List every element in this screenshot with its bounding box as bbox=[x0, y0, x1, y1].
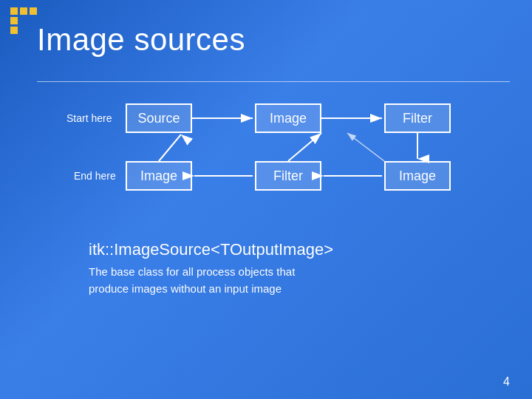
dot-9 bbox=[30, 27, 37, 34]
svg-line-11 bbox=[159, 134, 181, 161]
page-number: 4 bbox=[503, 375, 510, 389]
box-image3: Image bbox=[384, 161, 451, 191]
label-start: Start here bbox=[66, 112, 112, 124]
svg-line-10 bbox=[347, 133, 384, 161]
dot-3 bbox=[30, 7, 37, 15]
box-filter1: Filter bbox=[384, 103, 451, 133]
label-end: End here bbox=[74, 170, 116, 182]
svg-line-9 bbox=[288, 133, 321, 161]
dot-5 bbox=[20, 17, 27, 24]
description-area: itk::ImageSource<TOutputImage> The base … bbox=[89, 240, 333, 297]
dot-4 bbox=[10, 17, 18, 24]
dot-7 bbox=[10, 27, 18, 34]
dot-8 bbox=[20, 27, 27, 34]
box-filter2: Filter bbox=[255, 161, 321, 191]
box-source: Source bbox=[126, 103, 192, 133]
description-main: itk::ImageSource<TOutputImage> bbox=[89, 240, 333, 259]
logo-dots bbox=[10, 7, 37, 34]
dot-6 bbox=[30, 17, 37, 24]
box-image1: Image bbox=[255, 103, 321, 133]
description-sub: The base class for all process objects t… bbox=[89, 264, 333, 297]
page-title: Image sources bbox=[37, 22, 245, 58]
box-image2: Image bbox=[126, 161, 192, 191]
divider bbox=[37, 81, 510, 82]
dot-1 bbox=[10, 7, 18, 15]
dot-2 bbox=[20, 7, 27, 15]
